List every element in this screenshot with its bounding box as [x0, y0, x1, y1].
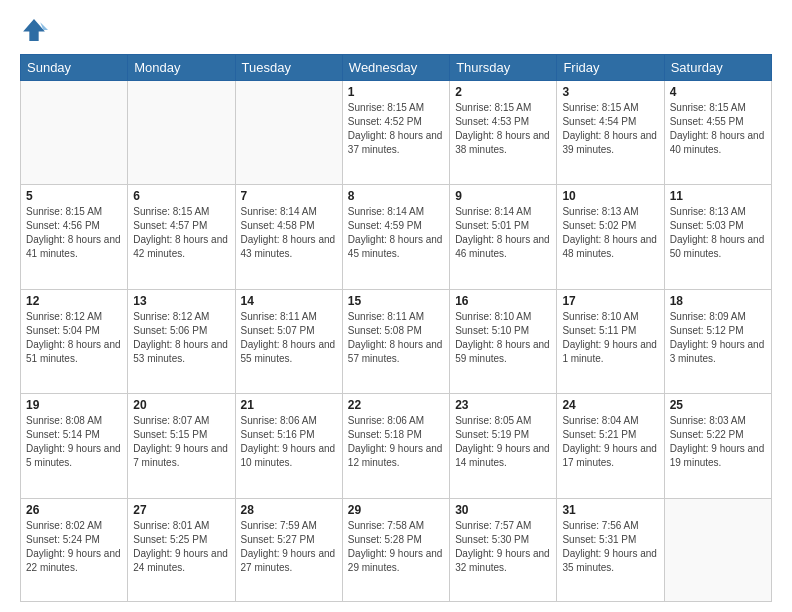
calendar-cell: 2Sunrise: 8:15 AM Sunset: 4:53 PM Daylig… [450, 81, 557, 185]
logo [20, 16, 52, 44]
calendar-cell [21, 81, 128, 185]
day-number: 26 [26, 503, 122, 517]
day-number: 27 [133, 503, 229, 517]
page: SundayMondayTuesdayWednesdayThursdayFrid… [0, 0, 792, 612]
day-info: Sunrise: 8:06 AM Sunset: 5:18 PM Dayligh… [348, 414, 444, 470]
day-number: 29 [348, 503, 444, 517]
weekday-header-thursday: Thursday [450, 55, 557, 81]
day-info: Sunrise: 7:56 AM Sunset: 5:31 PM Dayligh… [562, 519, 658, 575]
day-info: Sunrise: 8:08 AM Sunset: 5:14 PM Dayligh… [26, 414, 122, 470]
calendar-cell [235, 81, 342, 185]
day-info: Sunrise: 8:12 AM Sunset: 5:06 PM Dayligh… [133, 310, 229, 366]
calendar-cell: 21Sunrise: 8:06 AM Sunset: 5:16 PM Dayli… [235, 394, 342, 498]
calendar-table: SundayMondayTuesdayWednesdayThursdayFrid… [20, 54, 772, 602]
day-number: 3 [562, 85, 658, 99]
day-number: 5 [26, 189, 122, 203]
day-info: Sunrise: 8:07 AM Sunset: 5:15 PM Dayligh… [133, 414, 229, 470]
day-number: 10 [562, 189, 658, 203]
svg-marker-0 [23, 19, 45, 41]
day-info: Sunrise: 8:14 AM Sunset: 5:01 PM Dayligh… [455, 205, 551, 261]
day-info: Sunrise: 8:15 AM Sunset: 4:54 PM Dayligh… [562, 101, 658, 157]
calendar-cell: 15Sunrise: 8:11 AM Sunset: 5:08 PM Dayli… [342, 289, 449, 393]
day-info: Sunrise: 8:12 AM Sunset: 5:04 PM Dayligh… [26, 310, 122, 366]
calendar-cell: 24Sunrise: 8:04 AM Sunset: 5:21 PM Dayli… [557, 394, 664, 498]
day-info: Sunrise: 8:09 AM Sunset: 5:12 PM Dayligh… [670, 310, 766, 366]
weekday-header-sunday: Sunday [21, 55, 128, 81]
day-number: 20 [133, 398, 229, 412]
calendar-cell: 29Sunrise: 7:58 AM Sunset: 5:28 PM Dayli… [342, 498, 449, 601]
day-info: Sunrise: 7:57 AM Sunset: 5:30 PM Dayligh… [455, 519, 551, 575]
weekday-header-friday: Friday [557, 55, 664, 81]
calendar-cell: 30Sunrise: 7:57 AM Sunset: 5:30 PM Dayli… [450, 498, 557, 601]
calendar-cell: 18Sunrise: 8:09 AM Sunset: 5:12 PM Dayli… [664, 289, 771, 393]
day-number: 8 [348, 189, 444, 203]
day-number: 17 [562, 294, 658, 308]
day-number: 23 [455, 398, 551, 412]
day-number: 31 [562, 503, 658, 517]
day-number: 2 [455, 85, 551, 99]
day-info: Sunrise: 8:03 AM Sunset: 5:22 PM Dayligh… [670, 414, 766, 470]
day-info: Sunrise: 8:15 AM Sunset: 4:56 PM Dayligh… [26, 205, 122, 261]
calendar-cell: 31Sunrise: 7:56 AM Sunset: 5:31 PM Dayli… [557, 498, 664, 601]
day-number: 24 [562, 398, 658, 412]
day-info: Sunrise: 8:10 AM Sunset: 5:11 PM Dayligh… [562, 310, 658, 366]
calendar-week-1: 1Sunrise: 8:15 AM Sunset: 4:52 PM Daylig… [21, 81, 772, 185]
calendar-cell: 5Sunrise: 8:15 AM Sunset: 4:56 PM Daylig… [21, 185, 128, 289]
calendar-cell: 28Sunrise: 7:59 AM Sunset: 5:27 PM Dayli… [235, 498, 342, 601]
weekday-header-monday: Monday [128, 55, 235, 81]
day-info: Sunrise: 8:15 AM Sunset: 4:52 PM Dayligh… [348, 101, 444, 157]
day-number: 19 [26, 398, 122, 412]
day-info: Sunrise: 7:58 AM Sunset: 5:28 PM Dayligh… [348, 519, 444, 575]
day-number: 12 [26, 294, 122, 308]
day-number: 13 [133, 294, 229, 308]
calendar-cell: 9Sunrise: 8:14 AM Sunset: 5:01 PM Daylig… [450, 185, 557, 289]
day-number: 30 [455, 503, 551, 517]
calendar-week-3: 12Sunrise: 8:12 AM Sunset: 5:04 PM Dayli… [21, 289, 772, 393]
day-info: Sunrise: 8:14 AM Sunset: 4:59 PM Dayligh… [348, 205, 444, 261]
calendar-cell: 16Sunrise: 8:10 AM Sunset: 5:10 PM Dayli… [450, 289, 557, 393]
day-number: 9 [455, 189, 551, 203]
day-number: 25 [670, 398, 766, 412]
calendar-cell: 13Sunrise: 8:12 AM Sunset: 5:06 PM Dayli… [128, 289, 235, 393]
day-info: Sunrise: 8:01 AM Sunset: 5:25 PM Dayligh… [133, 519, 229, 575]
calendar-cell: 12Sunrise: 8:12 AM Sunset: 5:04 PM Dayli… [21, 289, 128, 393]
day-info: Sunrise: 8:14 AM Sunset: 4:58 PM Dayligh… [241, 205, 337, 261]
calendar-cell: 26Sunrise: 8:02 AM Sunset: 5:24 PM Dayli… [21, 498, 128, 601]
day-number: 7 [241, 189, 337, 203]
calendar-cell: 14Sunrise: 8:11 AM Sunset: 5:07 PM Dayli… [235, 289, 342, 393]
day-info: Sunrise: 8:02 AM Sunset: 5:24 PM Dayligh… [26, 519, 122, 575]
calendar-week-2: 5Sunrise: 8:15 AM Sunset: 4:56 PM Daylig… [21, 185, 772, 289]
calendar-week-4: 19Sunrise: 8:08 AM Sunset: 5:14 PM Dayli… [21, 394, 772, 498]
header [20, 16, 772, 44]
day-info: Sunrise: 8:11 AM Sunset: 5:07 PM Dayligh… [241, 310, 337, 366]
day-number: 15 [348, 294, 444, 308]
day-info: Sunrise: 8:15 AM Sunset: 4:57 PM Dayligh… [133, 205, 229, 261]
day-info: Sunrise: 8:15 AM Sunset: 4:55 PM Dayligh… [670, 101, 766, 157]
calendar-cell: 27Sunrise: 8:01 AM Sunset: 5:25 PM Dayli… [128, 498, 235, 601]
day-info: Sunrise: 8:11 AM Sunset: 5:08 PM Dayligh… [348, 310, 444, 366]
weekday-header-tuesday: Tuesday [235, 55, 342, 81]
logo-icon [20, 16, 48, 44]
day-number: 14 [241, 294, 337, 308]
calendar-cell: 22Sunrise: 8:06 AM Sunset: 5:18 PM Dayli… [342, 394, 449, 498]
day-info: Sunrise: 8:04 AM Sunset: 5:21 PM Dayligh… [562, 414, 658, 470]
calendar-cell: 8Sunrise: 8:14 AM Sunset: 4:59 PM Daylig… [342, 185, 449, 289]
calendar-cell: 4Sunrise: 8:15 AM Sunset: 4:55 PM Daylig… [664, 81, 771, 185]
calendar-cell: 1Sunrise: 8:15 AM Sunset: 4:52 PM Daylig… [342, 81, 449, 185]
weekday-header-row: SundayMondayTuesdayWednesdayThursdayFrid… [21, 55, 772, 81]
day-number: 6 [133, 189, 229, 203]
weekday-header-wednesday: Wednesday [342, 55, 449, 81]
day-info: Sunrise: 8:15 AM Sunset: 4:53 PM Dayligh… [455, 101, 551, 157]
calendar-week-5: 26Sunrise: 8:02 AM Sunset: 5:24 PM Dayli… [21, 498, 772, 601]
calendar-cell: 23Sunrise: 8:05 AM Sunset: 5:19 PM Dayli… [450, 394, 557, 498]
calendar-cell: 19Sunrise: 8:08 AM Sunset: 5:14 PM Dayli… [21, 394, 128, 498]
calendar-cell: 11Sunrise: 8:13 AM Sunset: 5:03 PM Dayli… [664, 185, 771, 289]
day-number: 28 [241, 503, 337, 517]
day-number: 11 [670, 189, 766, 203]
day-info: Sunrise: 8:13 AM Sunset: 5:03 PM Dayligh… [670, 205, 766, 261]
day-info: Sunrise: 7:59 AM Sunset: 5:27 PM Dayligh… [241, 519, 337, 575]
calendar-cell: 10Sunrise: 8:13 AM Sunset: 5:02 PM Dayli… [557, 185, 664, 289]
day-number: 16 [455, 294, 551, 308]
weekday-header-saturday: Saturday [664, 55, 771, 81]
calendar-cell: 17Sunrise: 8:10 AM Sunset: 5:11 PM Dayli… [557, 289, 664, 393]
